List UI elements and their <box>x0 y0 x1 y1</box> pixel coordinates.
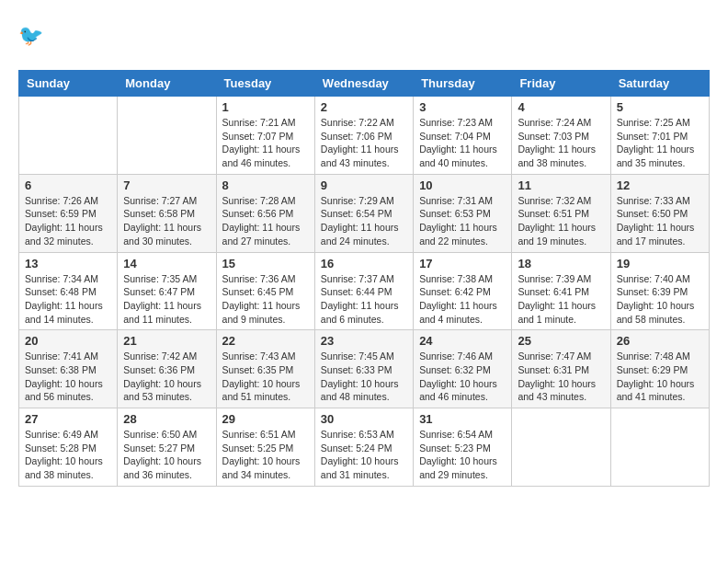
day-info: Sunrise: 7:45 AM Sunset: 6:33 PM Dayligh… <box>321 350 407 404</box>
weekday-thursday: Thursday <box>414 71 512 97</box>
day-number: 24 <box>419 334 506 348</box>
day-info: Sunrise: 7:26 AM Sunset: 6:59 PM Dayligh… <box>25 194 111 248</box>
day-number: 25 <box>518 334 604 348</box>
calendar-cell: 16Sunrise: 7:37 AM Sunset: 6:44 PM Dayli… <box>314 252 413 330</box>
week-row-2: 6Sunrise: 7:26 AM Sunset: 6:59 PM Daylig… <box>19 174 710 252</box>
calendar-cell: 5Sunrise: 7:25 AM Sunset: 7:01 PM Daylig… <box>610 97 709 175</box>
calendar-cell: 12Sunrise: 7:33 AM Sunset: 6:50 PM Dayli… <box>610 174 709 252</box>
day-number: 13 <box>25 257 111 270</box>
calendar-cell: 26Sunrise: 7:48 AM Sunset: 6:29 PM Dayli… <box>610 330 709 408</box>
calendar-cell: 15Sunrise: 7:36 AM Sunset: 6:45 PM Dayli… <box>216 252 314 330</box>
day-number: 30 <box>321 412 407 426</box>
calendar-body: 1Sunrise: 7:21 AM Sunset: 7:07 PM Daylig… <box>19 97 710 487</box>
day-number: 29 <box>222 412 309 426</box>
day-info: Sunrise: 7:28 AM Sunset: 6:56 PM Dayligh… <box>222 194 309 248</box>
day-info: Sunrise: 7:42 AM Sunset: 6:36 PM Dayligh… <box>123 350 210 404</box>
day-number: 4 <box>518 100 604 114</box>
weekday-monday: Monday <box>118 71 216 97</box>
calendar-cell: 1Sunrise: 7:21 AM Sunset: 7:07 PM Daylig… <box>216 97 314 175</box>
week-row-4: 20Sunrise: 7:41 AM Sunset: 6:38 PM Dayli… <box>19 330 710 408</box>
day-number: 18 <box>518 257 604 270</box>
weekday-saturday: Saturday <box>610 71 709 97</box>
week-row-3: 13Sunrise: 7:34 AM Sunset: 6:48 PM Dayli… <box>19 252 710 330</box>
day-number: 23 <box>321 334 407 348</box>
day-info: Sunrise: 7:35 AM Sunset: 6:47 PM Dayligh… <box>123 272 210 327</box>
page-header: 🐦 <box>18 18 710 55</box>
day-number: 10 <box>419 178 506 192</box>
day-number: 2 <box>321 100 407 114</box>
calendar-cell: 29Sunrise: 6:51 AM Sunset: 5:25 PM Dayli… <box>216 408 314 487</box>
calendar-cell: 14Sunrise: 7:35 AM Sunset: 6:47 PM Dayli… <box>118 252 216 330</box>
calendar-cell: 31Sunrise: 6:54 AM Sunset: 5:23 PM Dayli… <box>414 408 512 487</box>
calendar-cell: 7Sunrise: 7:27 AM Sunset: 6:58 PM Daylig… <box>118 174 216 252</box>
day-number: 12 <box>617 178 703 192</box>
day-number: 17 <box>419 257 506 270</box>
day-info: Sunrise: 7:36 AM Sunset: 6:45 PM Dayligh… <box>222 272 309 327</box>
calendar-cell: 4Sunrise: 7:24 AM Sunset: 7:03 PM Daylig… <box>512 97 610 175</box>
weekday-friday: Friday <box>512 71 610 97</box>
logo-icon: 🐦 <box>18 18 51 52</box>
calendar-cell: 2Sunrise: 7:22 AM Sunset: 7:06 PM Daylig… <box>314 97 413 175</box>
logo: 🐦 <box>18 18 55 55</box>
calendar-cell: 20Sunrise: 7:41 AM Sunset: 6:38 PM Dayli… <box>19 330 118 408</box>
day-info: Sunrise: 7:43 AM Sunset: 6:35 PM Dayligh… <box>222 350 309 404</box>
day-number: 27 <box>25 412 111 426</box>
weekday-tuesday: Tuesday <box>216 71 314 97</box>
day-info: Sunrise: 6:49 AM Sunset: 5:28 PM Dayligh… <box>25 428 111 482</box>
day-number: 3 <box>419 100 506 114</box>
calendar-cell: 13Sunrise: 7:34 AM Sunset: 6:48 PM Dayli… <box>19 252 118 330</box>
day-info: Sunrise: 6:50 AM Sunset: 5:27 PM Dayligh… <box>123 428 210 482</box>
day-number: 8 <box>222 178 309 192</box>
calendar-table: SundayMondayTuesdayWednesdayThursdayFrid… <box>18 70 710 487</box>
day-info: Sunrise: 7:47 AM Sunset: 6:31 PM Dayligh… <box>518 350 604 404</box>
calendar-cell: 27Sunrise: 6:49 AM Sunset: 5:28 PM Dayli… <box>19 408 118 487</box>
calendar-cell: 24Sunrise: 7:46 AM Sunset: 6:32 PM Dayli… <box>414 330 512 408</box>
calendar-cell: 11Sunrise: 7:32 AM Sunset: 6:51 PM Dayli… <box>512 174 610 252</box>
calendar-cell: 9Sunrise: 7:29 AM Sunset: 6:54 PM Daylig… <box>314 174 413 252</box>
day-info: Sunrise: 7:23 AM Sunset: 7:04 PM Dayligh… <box>419 116 506 170</box>
day-info: Sunrise: 7:32 AM Sunset: 6:51 PM Dayligh… <box>518 194 604 248</box>
day-number: 5 <box>617 100 703 114</box>
calendar-cell: 23Sunrise: 7:45 AM Sunset: 6:33 PM Dayli… <box>314 330 413 408</box>
day-info: Sunrise: 7:46 AM Sunset: 6:32 PM Dayligh… <box>419 350 506 404</box>
svg-text:🐦: 🐦 <box>18 23 44 48</box>
day-number: 19 <box>617 257 703 270</box>
day-info: Sunrise: 7:48 AM Sunset: 6:29 PM Dayligh… <box>617 350 703 404</box>
day-info: Sunrise: 7:37 AM Sunset: 6:44 PM Dayligh… <box>321 272 407 327</box>
day-number: 7 <box>123 178 210 192</box>
calendar-cell: 18Sunrise: 7:39 AM Sunset: 6:41 PM Dayli… <box>512 252 610 330</box>
day-number: 26 <box>617 334 703 348</box>
day-info: Sunrise: 6:51 AM Sunset: 5:25 PM Dayligh… <box>222 428 309 482</box>
calendar-cell: 22Sunrise: 7:43 AM Sunset: 6:35 PM Dayli… <box>216 330 314 408</box>
day-number: 1 <box>222 100 309 114</box>
day-number: 9 <box>321 178 407 192</box>
calendar-cell <box>610 408 709 487</box>
weekday-wednesday: Wednesday <box>314 71 413 97</box>
day-info: Sunrise: 7:39 AM Sunset: 6:41 PM Dayligh… <box>518 272 604 327</box>
calendar-cell: 28Sunrise: 6:50 AM Sunset: 5:27 PM Dayli… <box>118 408 216 487</box>
day-info: Sunrise: 7:21 AM Sunset: 7:07 PM Dayligh… <box>222 116 309 170</box>
day-info: Sunrise: 7:41 AM Sunset: 6:38 PM Dayligh… <box>25 350 111 404</box>
calendar-cell: 6Sunrise: 7:26 AM Sunset: 6:59 PM Daylig… <box>19 174 118 252</box>
calendar-cell <box>19 97 118 175</box>
day-info: Sunrise: 7:38 AM Sunset: 6:42 PM Dayligh… <box>419 272 506 327</box>
day-number: 22 <box>222 334 309 348</box>
calendar-cell <box>512 408 610 487</box>
day-info: Sunrise: 7:24 AM Sunset: 7:03 PM Dayligh… <box>518 116 604 170</box>
calendar-cell: 3Sunrise: 7:23 AM Sunset: 7:04 PM Daylig… <box>414 97 512 175</box>
calendar-cell: 30Sunrise: 6:53 AM Sunset: 5:24 PM Dayli… <box>314 408 413 487</box>
week-row-5: 27Sunrise: 6:49 AM Sunset: 5:28 PM Dayli… <box>19 408 710 487</box>
day-info: Sunrise: 7:31 AM Sunset: 6:53 PM Dayligh… <box>419 194 506 248</box>
calendar-cell: 10Sunrise: 7:31 AM Sunset: 6:53 PM Dayli… <box>414 174 512 252</box>
day-number: 15 <box>222 257 309 270</box>
day-number: 14 <box>123 257 210 270</box>
day-number: 28 <box>123 412 210 426</box>
calendar-cell: 8Sunrise: 7:28 AM Sunset: 6:56 PM Daylig… <box>216 174 314 252</box>
calendar-cell: 17Sunrise: 7:38 AM Sunset: 6:42 PM Dayli… <box>414 252 512 330</box>
calendar-cell: 21Sunrise: 7:42 AM Sunset: 6:36 PM Dayli… <box>118 330 216 408</box>
day-info: Sunrise: 6:54 AM Sunset: 5:23 PM Dayligh… <box>419 428 506 482</box>
calendar-cell: 19Sunrise: 7:40 AM Sunset: 6:39 PM Dayli… <box>610 252 709 330</box>
day-info: Sunrise: 7:27 AM Sunset: 6:58 PM Dayligh… <box>123 194 210 248</box>
week-row-1: 1Sunrise: 7:21 AM Sunset: 7:07 PM Daylig… <box>19 97 710 175</box>
day-info: Sunrise: 7:33 AM Sunset: 6:50 PM Dayligh… <box>617 194 703 248</box>
